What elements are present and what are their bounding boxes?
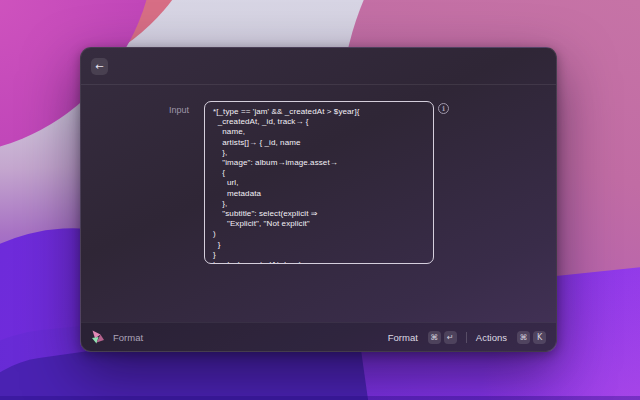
query-input-box[interactable]: *[_type == 'jam' && _createdAt > $year]{… [204, 101, 434, 264]
window-footer: Format Format ⌘ ↵ Actions ⌘ K [81, 322, 556, 351]
command-key[interactable]: ⌘ [428, 331, 441, 344]
footer-left: Format [91, 330, 143, 344]
return-key[interactable]: ↵ [444, 331, 457, 344]
footer-divider [466, 332, 467, 343]
app-window: ← Input *[_type == 'jam' && _createdAt >… [80, 47, 557, 352]
query-code[interactable]: *[_type == 'jam' && _createdAt > $year]{… [213, 107, 425, 264]
app-logo-icon [91, 330, 105, 344]
footer-right: Format ⌘ ↵ Actions ⌘ K [388, 331, 546, 344]
input-label: Input [81, 105, 189, 115]
command-key[interactable]: ⌘ [517, 331, 530, 344]
logo-green-triangle [92, 337, 99, 344]
app-title: Format [113, 332, 143, 343]
window-body: Input *[_type == 'jam' && _createdAt > $… [81, 86, 556, 321]
info-icon[interactable]: i [438, 103, 449, 114]
wallpaper-bottom-strip [0, 396, 640, 400]
format-action-label[interactable]: Format [388, 332, 418, 343]
k-key[interactable]: K [533, 331, 546, 344]
back-button[interactable]: ← [91, 58, 108, 75]
actions-menu-label[interactable]: Actions [476, 332, 507, 343]
window-header: ← [81, 48, 556, 85]
